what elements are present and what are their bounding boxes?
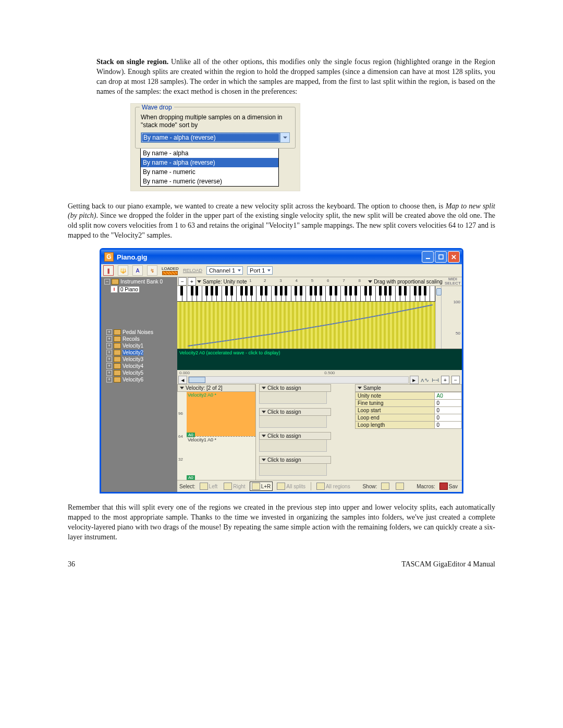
folder-icon: [114, 329, 121, 335]
paragraph-piano-example: Getting back to our piano example, we wa…: [68, 202, 495, 241]
sample-properties-table[interactable]: Unity noteA0 Fine tuning0 Loop start0 Lo…: [355, 392, 462, 429]
expand-icon[interactable]: +: [106, 329, 112, 335]
select-label: Select:: [179, 484, 195, 489]
chevron-down-icon[interactable]: [358, 387, 362, 389]
waveform-scrollbar[interactable]: ◄ ► ᴧ∿ ⊢⊣ + −: [177, 376, 462, 384]
macro-save-button[interactable]: Sav: [437, 482, 460, 491]
region-window[interactable]: [177, 286, 435, 349]
zoom-in-button[interactable]: +: [441, 376, 449, 384]
tool-tuning-icon[interactable]: 🔱: [118, 265, 128, 276]
zoom-wave-icon[interactable]: ᴧ∿: [421, 377, 429, 384]
tool-script-icon[interactable]: ↯: [147, 265, 157, 276]
assign-slot[interactable]: Click to assign: [259, 384, 352, 404]
split-lr-icon: [252, 483, 260, 490]
chevron-down-icon[interactable]: [262, 411, 266, 413]
scroll-right-button[interactable]: ►: [410, 376, 419, 384]
select-all-regions-button[interactable]: All regions: [314, 482, 352, 491]
minimize-button[interactable]: [422, 251, 434, 263]
assign-slot[interactable]: Click to assign: [259, 432, 352, 452]
select-right-button[interactable]: Right: [222, 482, 247, 491]
tree-folder[interactable]: +Velocity4: [102, 363, 176, 369]
wave-drop-option[interactable]: By name - alpha (reverse): [141, 158, 278, 167]
collapse-icon[interactable]: −: [104, 279, 110, 285]
wave-drop-combobox[interactable]: By name - alpha (reverse): [141, 132, 290, 143]
zoom-out-button[interactable]: −: [451, 376, 460, 384]
reload-link[interactable]: RELOAD: [183, 268, 202, 273]
tree-bank[interactable]: − Instrument Bank 0: [102, 278, 176, 285]
expand-icon[interactable]: +: [106, 356, 112, 362]
select-lr-button[interactable]: L+R: [250, 482, 273, 491]
folder-icon: [114, 363, 121, 369]
tree-folder[interactable]: +Velocity1: [102, 342, 176, 349]
port-dropdown[interactable]: Port 1: [247, 266, 273, 275]
expand-icon[interactable]: +: [106, 343, 112, 349]
wave-drop-panel: Wave drop When dropping multiple samples…: [130, 103, 300, 191]
unity-note-curve: [177, 302, 435, 349]
chevron-down-icon[interactable]: [262, 435, 266, 437]
scroll-left-button[interactable]: ◄: [178, 376, 187, 384]
tool-articulation-icon[interactable]: A: [132, 265, 143, 276]
tree-instrument[interactable]: I 0 Piano: [102, 285, 176, 293]
region-grow-button[interactable]: +: [188, 277, 196, 286]
tree-folder[interactable]: +Velocity6: [102, 376, 176, 383]
maximize-button[interactable]: [435, 251, 447, 263]
waveform-display[interactable]: Velocity2 A0 (accelerated wave - click t…: [177, 349, 462, 370]
velocity-scale: 100 50: [441, 286, 462, 349]
tree-folder[interactable]: +Velocity5: [102, 369, 176, 376]
assign-column: Click to assign Click to assign Click to…: [256, 384, 355, 480]
tree-folder[interactable]: +Recoils: [102, 336, 176, 342]
expand-icon[interactable]: +: [106, 377, 112, 382]
chevron-down-icon[interactable]: [262, 459, 266, 461]
chevron-down-icon[interactable]: [180, 387, 184, 389]
keyboard-vert-slider[interactable]: [435, 286, 441, 349]
folder-icon: [114, 343, 121, 349]
sample-label: Sample: Unity note: [203, 279, 247, 285]
tool-instrument-icon[interactable]: ❚: [103, 265, 114, 276]
folder-icon: [114, 370, 121, 376]
folder-icon: [114, 356, 121, 362]
tree-folder[interactable]: +Velocity2: [102, 349, 176, 356]
chevron-down-icon[interactable]: [197, 280, 201, 283]
window-titlebar[interactable]: G Piano.gig ✕: [101, 250, 462, 264]
sample-properties-panel: Sample Unity noteA0 Fine tuning0 Loop st…: [355, 384, 462, 480]
assign-slot[interactable]: Click to assign: [259, 408, 352, 428]
instrument-tree[interactable]: − Instrument Bank 0 I 0 Piano +Pedal Noi…: [101, 277, 177, 492]
wave-drop-option[interactable]: By name - alpha: [141, 149, 278, 158]
expand-icon[interactable]: +: [106, 363, 112, 369]
split-left-icon: [200, 483, 208, 490]
tree-folder[interactable]: +Pedal Noises: [102, 329, 176, 336]
folder-icon: [114, 336, 121, 342]
select-left-button[interactable]: Left: [198, 482, 220, 491]
tree-folder[interactable]: +Velocity3: [102, 356, 176, 363]
show-view2-button[interactable]: [394, 482, 406, 491]
expand-icon[interactable]: +: [106, 336, 112, 342]
wave-drop-option[interactable]: By name - numeric: [141, 167, 278, 177]
expand-icon[interactable]: +: [106, 370, 112, 376]
velocity-lower-label: Velocity1 A0 *: [188, 437, 216, 442]
channel-dropdown[interactable]: Channel 1: [206, 266, 243, 275]
wave-drop-dropdown-list[interactable]: By name - alpha By name - alpha (reverse…: [140, 149, 279, 187]
chevron-down-icon[interactable]: [262, 387, 266, 389]
drag-scaling-label: Drag with proportional scaling: [374, 279, 443, 285]
expand-icon[interactable]: +: [106, 350, 112, 355]
close-button[interactable]: ✕: [448, 251, 460, 263]
paragraph-stack-single-region: Stack on single region. Unlike all of th…: [96, 57, 495, 97]
window-title: Piano.gig: [117, 253, 148, 261]
wave-drop-dropdown-button[interactable]: [280, 133, 289, 142]
status-bar: Select: Left Right L+R All splits All re…: [177, 480, 462, 492]
loaded-indicator: LOADED: [162, 266, 179, 275]
page-number: 36: [68, 560, 75, 569]
assign-slot[interactable]: Click to assign: [259, 456, 352, 476]
region-shrink-button[interactable]: −: [178, 277, 187, 286]
show-view1-button[interactable]: [379, 482, 391, 491]
chevron-down-icon[interactable]: [368, 280, 372, 283]
select-all-splits-button[interactable]: All splits: [275, 482, 308, 491]
main-toolbar: ❚ 🔱 A ↯ LOADED RELOAD Channel 1 Port 1: [101, 264, 462, 277]
svg-rect-0: [426, 258, 430, 259]
scroll-thumb[interactable]: [189, 377, 205, 383]
velocity-split-panel[interactable]: Velocity: [2 of 2] Velocity2 A0 * A0 Vel…: [177, 384, 256, 480]
wave-drop-description: When dropping multiple samples on a dime…: [141, 114, 290, 129]
paragraph-remember: Remember that this will split every one …: [68, 503, 495, 542]
zoom-range-icon[interactable]: ⊢⊣: [432, 377, 439, 384]
wave-drop-option[interactable]: By name - numeric (reverse): [141, 177, 278, 186]
